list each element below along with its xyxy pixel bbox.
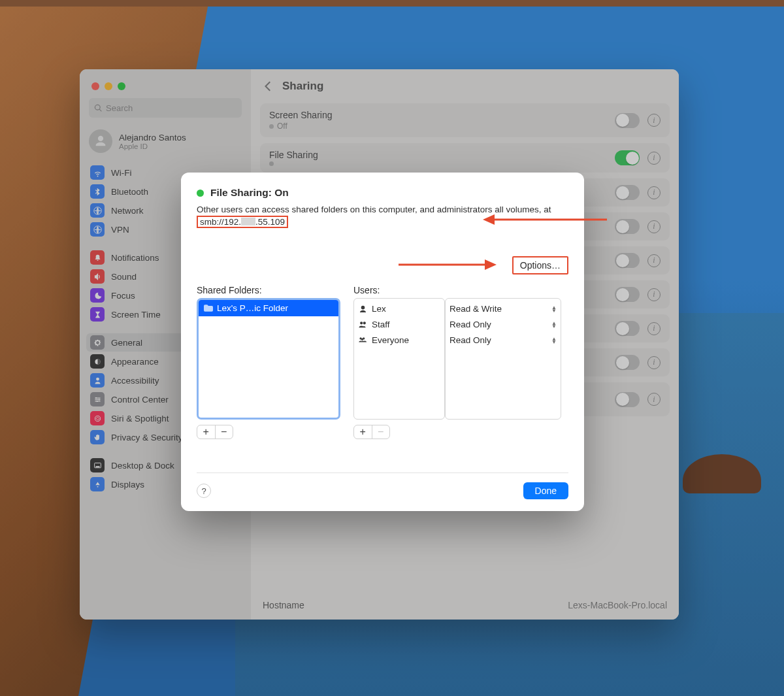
siri-icon [90, 411, 105, 425]
info-button[interactable]: i [647, 152, 661, 165]
shared-folders-label: Shared Folders: [197, 285, 340, 295]
modal-description: Other users can access shared folders on… [197, 204, 568, 229]
sidebar-item-label: Accessibility [111, 376, 159, 386]
toggle-switch[interactable] [615, 253, 640, 268]
stepper-icon[interactable]: ▲▼ [551, 306, 557, 312]
toggle-switch[interactable] [615, 150, 640, 165]
info-button[interactable]: i [647, 254, 661, 267]
account-row[interactable]: Alejandro Santos Apple ID [80, 125, 251, 162]
back-button[interactable] [263, 80, 274, 92]
avatar [89, 129, 112, 153]
users-list[interactable]: LexStaffEveryone [353, 298, 445, 420]
stepper-icon[interactable]: ▲▼ [551, 337, 557, 344]
hostname-row: Hostname Lexs-MacBook-Pro.local [251, 591, 679, 620]
svg-marker-10 [485, 259, 497, 270]
toggle-switch[interactable] [615, 321, 640, 336]
row-title: File Sharing [269, 150, 615, 160]
hand-icon [90, 430, 105, 444]
modal-title-row: File Sharing: On [197, 187, 568, 199]
info-button[interactable]: i [647, 220, 661, 233]
shared-folders-list[interactable]: Lex's P…ic Folder [197, 298, 340, 420]
info-button[interactable]: i [647, 114, 661, 127]
bt-icon [90, 184, 105, 199]
toggle-switch[interactable] [615, 219, 640, 234]
done-button[interactable]: Done [523, 482, 568, 499]
options-button[interactable]: Options… [512, 256, 568, 274]
sidebar-item-label: Privacy & Security [111, 433, 183, 442]
users-label: Users: [353, 285, 561, 295]
add-folder-button[interactable]: + [197, 425, 215, 439]
search-placeholder: Search [106, 103, 133, 113]
wifi-icon [90, 165, 105, 180]
toggle-switch[interactable] [615, 113, 640, 128]
person-icon [358, 305, 368, 313]
info-button[interactable]: i [647, 356, 661, 369]
dock-icon [90, 458, 105, 472]
permission-row[interactable]: Read & Write▲▼ [449, 301, 557, 317]
info-button[interactable]: i [647, 186, 661, 199]
sidebar-item-label: Desktop & Dock [111, 461, 174, 471]
permissions-list[interactable]: Read & Write▲▼Read Only▲▼Read Only▲▼ [445, 298, 561, 420]
info-button[interactable]: i [647, 393, 661, 406]
globe-icon [90, 222, 105, 237]
hourglass-icon [90, 307, 105, 322]
add-user-button[interactable]: + [354, 425, 372, 439]
user-row[interactable]: Staff [358, 317, 440, 333]
moon-icon [90, 288, 105, 303]
sidebar-item-label: Notifications [111, 253, 159, 263]
row-status: Off [269, 122, 615, 131]
sidebar-item-label: Bluetooth [111, 187, 148, 197]
svg-point-3 [96, 400, 97, 401]
sidebar-item-label: Appearance [111, 357, 159, 367]
shared-folder-item[interactable]: Lex's P…ic Folder [199, 300, 338, 316]
stepper-icon[interactable]: ▲▼ [551, 322, 557, 328]
minimize-window-button[interactable] [105, 82, 112, 90]
sidebar-item-label: Focus [111, 291, 135, 301]
display-icon [90, 477, 105, 491]
toggle-switch[interactable] [615, 185, 640, 200]
modal-title: File Sharing: On [210, 187, 289, 199]
bell-icon [90, 250, 105, 265]
sidebar-item-label: Wi-Fi [111, 168, 131, 178]
sidebar-item-label: Screen Time [111, 310, 161, 320]
user-row[interactable]: Lex [358, 301, 440, 317]
search-icon [94, 104, 103, 112]
row-status [269, 161, 615, 166]
breadcrumb: Sharing [251, 69, 679, 103]
row-title: Screen Sharing [269, 110, 615, 120]
remove-folder-button[interactable]: − [215, 425, 233, 439]
search-input[interactable]: Search [89, 98, 242, 118]
close-window-button[interactable] [91, 82, 99, 90]
zoom-window-button[interactable] [118, 82, 125, 90]
folders-add-remove: + − [197, 425, 233, 439]
sharing-row: Screen SharingOffi [260, 103, 670, 137]
permission-row[interactable]: Read Only▲▼ [449, 317, 557, 333]
user-row[interactable]: Everyone [358, 333, 440, 348]
redacted-ip-segment [241, 218, 255, 225]
appearance-icon [90, 354, 105, 369]
sidebar-item-label: Siri & Spotlight [111, 414, 169, 423]
svg-rect-6 [95, 466, 100, 467]
toggle-switch[interactable] [615, 392, 640, 407]
help-button[interactable]: ? [197, 484, 211, 498]
sharing-row: File Sharingi [260, 143, 670, 173]
status-dot-icon [269, 161, 274, 166]
permission-row[interactable]: Read Only▲▼ [449, 333, 557, 348]
annotation-arrow-icon [399, 258, 497, 271]
users-add-remove: + − [353, 425, 390, 439]
toggle-switch[interactable] [615, 287, 640, 302]
account-sub: Apple ID [119, 142, 186, 150]
info-button[interactable]: i [647, 322, 661, 335]
sidebar-item-label: VPN [111, 225, 129, 235]
pair-icon [358, 320, 368, 329]
group-icon [358, 336, 368, 344]
remove-user-button[interactable]: − [372, 425, 390, 439]
hostname-value: Lexs-MacBook-Pro.local [568, 600, 667, 610]
person-icon [90, 373, 105, 388]
file-sharing-modal: File Sharing: On Other users can access … [181, 173, 584, 511]
info-button[interactable]: i [647, 288, 661, 301]
sidebar-item-label: General [111, 338, 142, 348]
hostname-label: Hostname [263, 600, 304, 610]
sound-icon [90, 269, 105, 284]
toggle-switch[interactable] [615, 355, 640, 370]
